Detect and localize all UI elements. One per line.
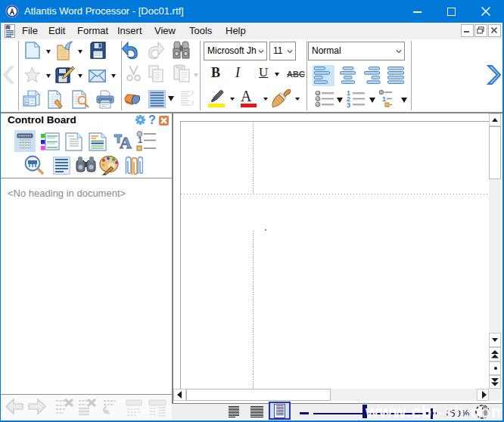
svg-text:3: 3 xyxy=(347,101,350,107)
svg-text:1: 1 xyxy=(382,95,386,103)
svg-text:1: 1 xyxy=(138,135,142,144)
svg-text:A: A xyxy=(120,133,132,151)
